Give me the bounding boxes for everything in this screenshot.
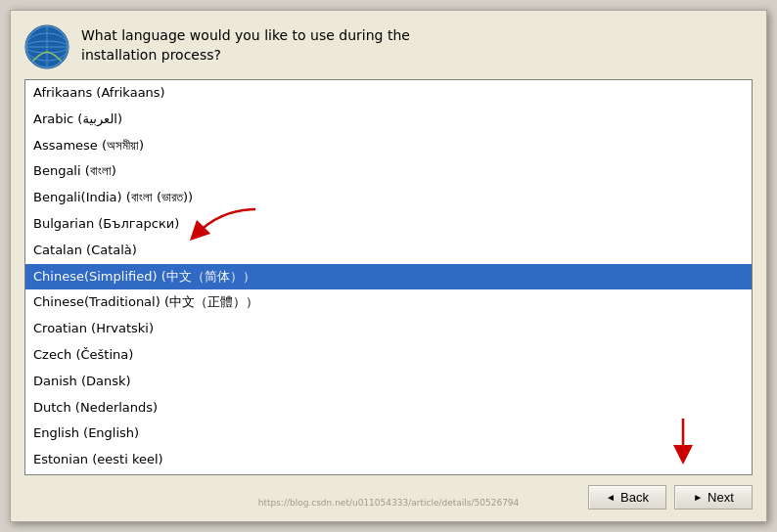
dialog-title: What language would you like to use duri… <box>81 24 410 65</box>
list-item[interactable]: Croatian (Hrvatski) <box>25 316 752 342</box>
list-item[interactable]: English (English) <box>25 421 752 447</box>
list-item[interactable]: Afrikaans (Afrikaans) <box>25 80 752 107</box>
list-item[interactable]: Catalan (Català) <box>25 238 752 264</box>
list-item[interactable]: Danish (Dansk) <box>25 369 752 395</box>
list-item[interactable]: Chinese(Simplified) (中文（简体）） <box>25 264 752 290</box>
list-item[interactable]: Assamese (অসমীয়া) <box>25 133 752 159</box>
list-item[interactable]: Finnish (suomi) <box>25 473 752 474</box>
language-list-container[interactable]: Afrikaans (Afrikaans)Arabic (العربية)Ass… <box>24 79 753 475</box>
list-item[interactable]: Bengali(India) (বাংলা (ভারত)) <box>25 185 752 211</box>
list-item[interactable]: Bulgarian (Български) <box>25 211 752 238</box>
dialog-header: What language would you like to use duri… <box>11 11 766 79</box>
language-dialog: What language would you like to use duri… <box>10 10 767 522</box>
un-logo-icon <box>24 24 69 69</box>
list-item[interactable]: Bengali (বাংলা) <box>25 158 752 185</box>
list-item[interactable]: Arabic (العربية) <box>25 107 752 133</box>
back-button[interactable]: ◄ Back <box>588 485 666 510</box>
list-item[interactable]: Dutch (Nederlands) <box>25 395 752 421</box>
dialog-footer: ◄ Back ► Next <box>11 475 766 521</box>
back-icon: ◄ <box>606 492 616 503</box>
language-list[interactable]: Afrikaans (Afrikaans)Arabic (العربية)Ass… <box>25 80 752 474</box>
list-item[interactable]: Czech (Čeština) <box>25 342 752 369</box>
next-icon: ► <box>693 492 703 503</box>
list-item[interactable]: Estonian (eesti keel) <box>25 447 752 473</box>
list-item[interactable]: Chinese(Traditional) (中文（正體）） <box>25 289 752 316</box>
next-button[interactable]: ► Next <box>674 485 753 510</box>
